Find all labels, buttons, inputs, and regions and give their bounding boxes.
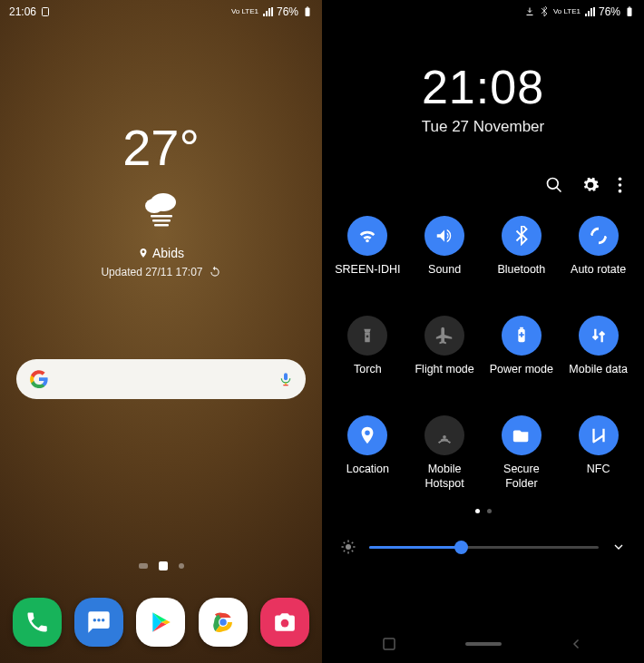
nfc-icon xyxy=(579,415,619,455)
location-icon xyxy=(347,415,387,455)
recents-button[interactable] xyxy=(362,638,416,650)
qs-tile-power[interactable]: Power mode xyxy=(487,316,557,390)
updated-row[interactable]: Updated 27/11 17:07 xyxy=(101,266,220,278)
svg-rect-18 xyxy=(628,8,632,17)
status-bar: 21:06 Vo LTE1 76% xyxy=(0,0,322,24)
svg-rect-19 xyxy=(629,7,630,8)
pager-current-icon xyxy=(159,561,168,570)
svg-point-12 xyxy=(98,619,102,622)
battery-text: 76% xyxy=(277,5,298,18)
qs-tile-bluetooth[interactable]: Bluetooth xyxy=(487,216,557,290)
qs-tile-sound[interactable]: Sound xyxy=(410,216,480,290)
phone-icon xyxy=(24,609,50,635)
nav-bar xyxy=(322,625,644,663)
svg-point-26 xyxy=(366,336,369,338)
qs-tile-airplane[interactable]: Flight mode xyxy=(410,316,480,390)
qs-tile-label: Secure Folder xyxy=(487,463,557,491)
brightness-row xyxy=(322,539,644,555)
svg-line-38 xyxy=(352,542,354,544)
weather-widget[interactable]: 27° Abids Updated 27/11 17:07 xyxy=(0,118,322,278)
chrome-app[interactable] xyxy=(199,598,248,647)
quick-settings-grid: SREEN-IDHISoundBluetoothAuto rotateTorch… xyxy=(322,194,644,491)
download-icon xyxy=(524,6,535,17)
volte-label: Vo LTE1 xyxy=(553,8,581,15)
svg-point-23 xyxy=(619,183,622,187)
svg-rect-7 xyxy=(154,224,169,227)
qs-tile-label: Auto rotate xyxy=(571,263,626,290)
data-icon xyxy=(579,316,619,356)
qs-tile-torch[interactable]: Torch xyxy=(333,316,403,390)
svg-point-30 xyxy=(346,544,351,550)
chrome-icon xyxy=(210,609,237,636)
svg-rect-2 xyxy=(307,7,308,8)
back-button[interactable] xyxy=(550,638,604,650)
qs-tile-folder[interactable]: Secure Folder xyxy=(487,415,557,491)
svg-point-24 xyxy=(619,190,622,193)
search-bar[interactable] xyxy=(16,359,306,399)
svg-point-17 xyxy=(280,619,288,628)
hotspot-icon xyxy=(424,415,464,455)
battery-icon xyxy=(624,6,635,17)
location-text: Abids xyxy=(152,246,184,260)
rotate-icon xyxy=(579,216,619,256)
pager-dot xyxy=(487,509,492,513)
chat-icon xyxy=(86,609,112,635)
qs-tile-nfc[interactable]: NFC xyxy=(563,415,633,491)
power-icon xyxy=(502,316,542,356)
pin-icon xyxy=(138,248,149,258)
mic-icon[interactable] xyxy=(278,370,293,388)
folder-icon xyxy=(502,415,542,455)
play-store-app[interactable] xyxy=(136,598,185,647)
svg-point-11 xyxy=(93,619,97,622)
home-button[interactable] xyxy=(456,638,511,650)
svg-line-36 xyxy=(352,551,354,552)
gear-icon[interactable] xyxy=(581,176,600,194)
panel-actions xyxy=(322,176,644,194)
bluetooth-status-icon xyxy=(539,6,550,17)
pager-dot xyxy=(139,563,148,569)
brightness-slider[interactable] xyxy=(369,546,599,549)
overflow-menu-icon[interactable] xyxy=(618,176,622,194)
qs-tile-label: Power mode xyxy=(490,363,553,390)
qs-tile-label: SREEN-IDHI xyxy=(335,263,400,290)
panel-clock: 21:08 Tue 27 November xyxy=(322,60,644,136)
pager-dot-active xyxy=(475,509,480,513)
qs-tile-label: Mobile data xyxy=(569,363,628,390)
svg-point-29 xyxy=(443,435,446,439)
svg-rect-40 xyxy=(465,642,502,646)
brightness-icon xyxy=(340,539,356,555)
qs-tile-label: Torch xyxy=(354,363,382,390)
pager-dot xyxy=(179,563,184,569)
svg-point-20 xyxy=(548,179,559,190)
qs-tile-data[interactable]: Mobile data xyxy=(563,316,633,390)
status-bar: Vo LTE1 76% xyxy=(322,0,644,24)
battery-icon xyxy=(302,6,313,17)
qs-tile-rotate[interactable]: Auto rotate xyxy=(563,216,633,290)
svg-rect-5 xyxy=(151,215,172,218)
qs-tile-wifi[interactable]: SREEN-IDHI xyxy=(333,216,403,290)
search-icon[interactable] xyxy=(545,176,563,194)
panel-time: 21:08 xyxy=(322,60,644,114)
svg-rect-28 xyxy=(520,327,523,329)
qs-tile-label: Location xyxy=(346,463,389,490)
panel-date: Tue 27 November xyxy=(322,118,644,136)
qs-tile-location[interactable]: Location xyxy=(333,415,403,491)
orientation-icon xyxy=(40,6,51,17)
svg-rect-0 xyxy=(43,8,49,16)
bluetooth-icon xyxy=(502,216,542,256)
location-row: Abids xyxy=(138,246,184,260)
qs-tile-hotspot[interactable]: Mobile Hotspot xyxy=(410,415,480,491)
svg-rect-39 xyxy=(384,639,395,649)
signal-icon xyxy=(262,6,273,17)
messages-app[interactable] xyxy=(74,598,123,647)
svg-point-13 xyxy=(102,619,105,622)
quick-settings-panel: Vo LTE1 76% 21:08 Tue 27 November SREEN-… xyxy=(322,0,644,663)
svg-point-22 xyxy=(619,178,622,181)
temperature: 27° xyxy=(122,118,200,177)
qs-tile-label: Sound xyxy=(428,263,461,290)
phone-app[interactable] xyxy=(13,598,62,647)
chevron-down-icon[interactable] xyxy=(611,540,626,554)
qs-tile-label: Flight mode xyxy=(415,363,473,390)
home-screen: 21:06 Vo LTE1 76% 27° Abids Updated 27 xyxy=(0,0,322,663)
camera-app[interactable] xyxy=(260,598,309,647)
